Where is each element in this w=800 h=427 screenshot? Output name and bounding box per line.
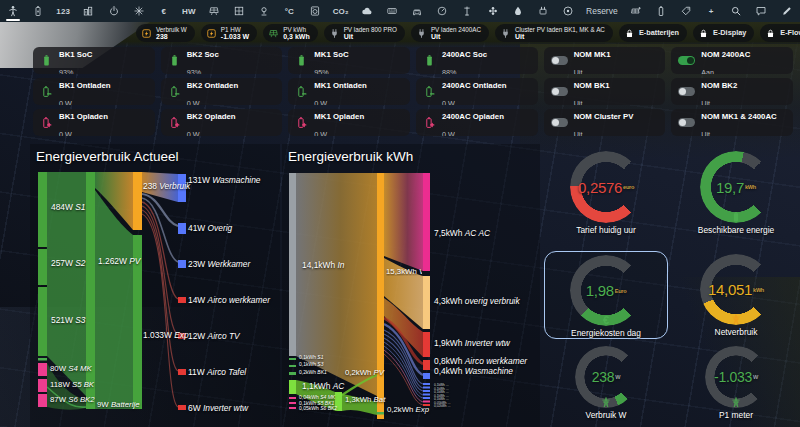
tab-car-icon[interactable]: [410, 0, 424, 22]
card-mk1-ontladen[interactable]: MK1 Ontladen0 W: [288, 78, 410, 105]
chip-e-display[interactable]: E-Display: [693, 24, 754, 42]
gauge-netverbruik[interactable]: 14,051kWh Netverbruik: [674, 251, 798, 337]
card-bk2-opladen[interactable]: BK2 Opladen0 W: [161, 109, 283, 136]
gauge-ring: 19,7kWh: [700, 151, 772, 223]
battery-icon: [40, 54, 53, 67]
toggle-off-icon[interactable]: [678, 118, 695, 127]
node-label-s6: 0,05kWh S6 BK2: [299, 405, 337, 411]
toggle-off-icon[interactable]: [678, 87, 695, 96]
tab-battery-plug-icon[interactable]: [536, 0, 550, 22]
node-label-s3: 521W S3: [51, 315, 85, 325]
gauge-tarief-huidig-uur[interactable]: 0,2576euro € Tarief huidig uur: [544, 148, 668, 245]
battery-icon: [295, 54, 308, 67]
card-bk1-ontladen[interactable]: BK1 Ontladen0 W: [33, 78, 155, 105]
tab-hvac-icon[interactable]: [132, 0, 146, 22]
card-bk2-soc[interactable]: BK2 Soc93%: [161, 47, 283, 74]
tab-counter-123[interactable]: 123: [56, 0, 70, 22]
gauge-label: Verbruik W: [586, 410, 627, 420]
card-nom-bk1[interactable]: NOM BK1Uit: [544, 78, 666, 105]
battery-plus-icon: [168, 116, 181, 129]
sankey-actueel-card[interactable]: Energieverbruik Actueel 484W S1 257W S2 …: [30, 144, 280, 427]
card-nom-bk2[interactable]: NOM BK2Uit: [671, 78, 793, 105]
battery-minus-icon: [40, 85, 53, 98]
tab-power-icon[interactable]: [107, 0, 121, 22]
chip-row: Verbruik W238 P1 HW-1.033 W PV kWh0,3 kW…: [136, 24, 800, 42]
tab-battery-charging-icon[interactable]: [31, 0, 45, 22]
card-nom-2400ac[interactable]: NOM 2400ACAan: [671, 47, 793, 74]
tab-temperature-icon[interactable]: °C: [282, 0, 296, 22]
lock-icon: [698, 28, 709, 39]
tab-track-light-icon[interactable]: [257, 0, 271, 22]
tab-washing-machine-icon[interactable]: [308, 0, 322, 22]
tab-cloud-icon[interactable]: [360, 0, 374, 22]
node-label-s5: 118W S5 BK: [50, 380, 94, 389]
gauge-beschikbare-energie[interactable]: 19,7kWh Beschikbare energie: [674, 148, 798, 245]
tab-fan-icon[interactable]: [486, 0, 500, 22]
chip-pv-kwh[interactable]: PV kWh0,3 kWh: [263, 24, 317, 42]
gauge-p1-meter[interactable]: -1.033W P1 meter: [674, 343, 798, 425]
battery-plus-icon: [295, 116, 308, 129]
toggle-off-icon[interactable]: [551, 56, 568, 65]
node-label-wasmachine: 131W Wasmachine: [188, 175, 260, 185]
tab-currency-euro-icon[interactable]: €: [157, 0, 171, 22]
card-mk1-opladen[interactable]: MK1 Opladen0 W: [288, 109, 410, 136]
card-bk1-opladen[interactable]: BK1 Opladen0 W: [33, 109, 155, 136]
gauge-ring: 238W: [575, 346, 637, 408]
card-bk1-soc[interactable]: BK1 SoC93%: [33, 47, 155, 74]
tab-battery-icon[interactable]: [654, 0, 668, 22]
toggle-off-icon[interactable]: [551, 87, 568, 96]
tab-reserve[interactable]: Reserve: [586, 0, 618, 22]
toggle-on-icon[interactable]: [678, 56, 695, 65]
chip-e-batterijen[interactable]: E-batterijen: [619, 24, 687, 42]
sankey-kwh-card[interactable]: Energieverbruik kWh 14,1kWh In 0,1kWh S1…: [282, 144, 540, 427]
tab-human-greeting-icon[interactable]: [6, 0, 20, 22]
lock-icon: [765, 28, 776, 39]
tab-keyboard-icon[interactable]: [385, 0, 399, 22]
battery-icon: [423, 54, 436, 67]
chip-pv-laden-2400ac[interactable]: PV laden 2400ACUit: [411, 24, 489, 42]
card-2400ac-opladen[interactable]: 2400AC Opladen0 W: [416, 109, 538, 136]
transmission-tower-icon: [700, 313, 772, 325]
assist-chat-icon[interactable]: [754, 0, 768, 22]
tab-tag-icon[interactable]: [679, 0, 693, 22]
node-label-s1: 484W S1: [51, 202, 85, 212]
tab-pole-icon[interactable]: [460, 0, 474, 22]
chip-p1-hw[interactable]: P1 HW-1.033 W: [201, 24, 257, 42]
tab-solar-plus-icon[interactable]: [629, 0, 643, 22]
chip-e-flow[interactable]: E-Flow: [760, 24, 800, 42]
card-bk2-ontladen[interactable]: BK2 Ontladen0 W: [161, 78, 283, 105]
tab-buildings-icon[interactable]: [81, 0, 95, 22]
view-tab-bar: 123 € HW °C CO₂ Reserve +: [0, 0, 800, 22]
chip-pv-laden-800pro[interactable]: PV laden 800 PROUit: [324, 24, 405, 42]
gauge-label: Tarief huidig uur: [576, 225, 636, 235]
card-nom-mk1[interactable]: NOM MK1Uit: [544, 47, 666, 74]
card-2400ac-ontladen[interactable]: 2400AC Ontladen0 W: [416, 78, 538, 105]
gauge-ring: 1,98Euro €: [570, 255, 642, 326]
card-2400ac-soc[interactable]: 2400AC Soc88%: [416, 47, 538, 74]
card-mk1-soc[interactable]: MK1 SoC95%: [288, 47, 410, 74]
node-label-inverter-wtw: 6W Inverter wtw: [188, 403, 248, 413]
chip-verbruik-w[interactable]: Verbruik W238: [136, 24, 195, 42]
tab-water-drop-icon[interactable]: [511, 0, 525, 22]
toggle-off-icon[interactable]: [551, 118, 568, 127]
node-label-inverter-wtw: 1,9kWh Inverter wtw: [434, 338, 510, 348]
tab-homewizard[interactable]: HW: [182, 0, 196, 22]
chip-cluster-pv-laden[interactable]: Cluster PV laden BK1, MK & ACUit: [495, 24, 613, 42]
tab-window-grid-icon[interactable]: [232, 0, 246, 22]
card-nom-mk1-2400ac[interactable]: NOM MK1 & 2400ACUit: [671, 109, 793, 136]
tab-solar-panel-icon[interactable]: [207, 0, 221, 22]
tab-co2-icon[interactable]: CO₂: [333, 0, 349, 22]
add-view-button[interactable]: +: [704, 0, 718, 22]
lightning-square-icon: [141, 28, 152, 39]
gauge-label: Beschikbare energie: [698, 225, 774, 235]
tab-disc-icon[interactable]: [561, 0, 575, 22]
transmission-tower-icon: [575, 396, 637, 408]
tab-meter-icon[interactable]: [435, 0, 449, 22]
node-label-werkkamer: 23W Werkkamer: [188, 259, 250, 269]
edit-dashboard-icon[interactable]: [780, 0, 794, 22]
search-icon[interactable]: [729, 0, 743, 22]
gauge-energiekosten-dag[interactable]: 1,98Euro € Energiekosten dag: [544, 251, 668, 339]
card-nom-cluster-pv[interactable]: NOM Cluster PVUit: [544, 109, 666, 136]
gauge-verbruik-w[interactable]: 238W Verbruik W: [544, 343, 668, 425]
node-label-airco-werkkamer: 14W Airco werkkamer: [188, 295, 270, 305]
